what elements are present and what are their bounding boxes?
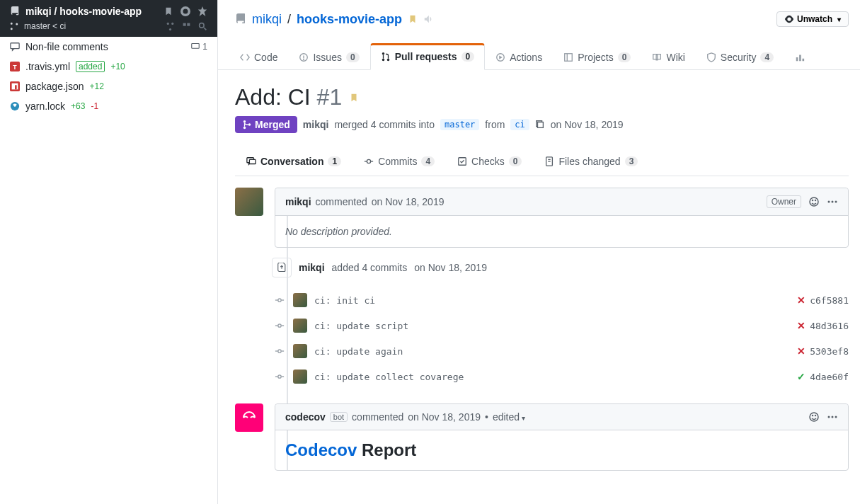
unwatch-button[interactable]: Unwatch (776, 11, 849, 27)
file-item-yarn[interactable]: yarn.lock +63 -1 (0, 96, 217, 116)
commits-author[interactable]: mikqi (299, 262, 325, 273)
pin-icon[interactable] (197, 6, 207, 16)
sub-tab-conversation[interactable]: Conversation 1 (235, 147, 352, 176)
svg-point-19 (382, 59, 384, 62)
bookmark-icon[interactable] (349, 93, 359, 103)
svg-point-41 (813, 200, 813, 201)
status-fail-icon[interactable]: ✕ (797, 294, 805, 306)
status-fail-icon[interactable]: ✕ (797, 320, 805, 331)
avatar-small[interactable] (293, 370, 307, 384)
commit-hash[interactable]: 48d3616 (810, 321, 849, 331)
tab-insights[interactable] (784, 43, 805, 70)
svg-point-45 (835, 201, 837, 203)
non-file-comments-label: Non-file comments (25, 41, 108, 52)
svg-point-52 (278, 350, 281, 353)
comment-date[interactable]: on Nov 18, 2019 (408, 411, 481, 423)
avatar-small[interactable] (293, 344, 307, 358)
sub-tab-commits[interactable]: Commits 4 (352, 147, 446, 176)
commit-message[interactable]: ci: init ci (314, 295, 375, 306)
tab-code[interactable]: Code (229, 43, 288, 70)
fork-icon[interactable] (166, 22, 175, 31)
avatar-codecov[interactable] (235, 403, 263, 432)
tab-pull-requests[interactable]: Pull requests 0 (370, 43, 486, 70)
comment-icon (10, 42, 20, 52)
status-fail-icon[interactable]: ✕ (797, 345, 805, 357)
codecov-link[interactable]: Codecov (285, 440, 357, 459)
svg-rect-7 (11, 43, 19, 49)
from-text: from (485, 119, 505, 130)
status-pass-icon[interactable]: ✓ (797, 371, 805, 382)
file-item-package[interactable]: package.json +12 (0, 76, 217, 96)
commit-row: ci: update again ✕5303ef8 (275, 338, 849, 364)
tab-actions[interactable]: Actions (485, 43, 553, 70)
bookmark-icon[interactable] (164, 6, 173, 16)
comment-date[interactable]: on Nov 18, 2019 (372, 196, 445, 207)
svg-point-60 (815, 416, 816, 416)
gear-icon[interactable] (180, 6, 190, 16)
svg-point-55 (278, 375, 281, 378)
merge-icon (242, 120, 252, 130)
pr-title: Add: CI #1 (235, 84, 342, 110)
emoji-icon[interactable] (808, 196, 820, 207)
svg-point-0 (167, 22, 169, 24)
tab-security[interactable]: Security 4 (696, 43, 784, 70)
svg-text:T: T (13, 64, 17, 71)
copy-icon[interactable] (535, 120, 545, 130)
commit-hash[interactable]: c6f5881 (810, 295, 849, 306)
tab-projects[interactable]: Projects 0 (553, 43, 641, 70)
pr-author[interactable]: mikqi (303, 119, 329, 130)
commit-hash[interactable]: 5303ef8 (810, 346, 849, 357)
svg-rect-30 (537, 122, 543, 128)
pull-request-icon (381, 52, 391, 62)
commit-dot-icon (275, 321, 285, 331)
tab-wiki[interactable]: Wiki (641, 43, 695, 70)
non-file-comments-row[interactable]: Non-file comments 1 (0, 37, 217, 57)
commit-hash[interactable]: 4dae60f (810, 372, 849, 382)
comment-author[interactable]: mikqi (285, 196, 311, 207)
kebab-icon[interactable] (827, 411, 838, 423)
sound-icon[interactable] (423, 14, 433, 24)
comment-author[interactable]: codecov (285, 411, 326, 423)
commit-message[interactable]: ci: update script (314, 321, 408, 331)
conversation-icon (246, 156, 256, 166)
edited-dropdown[interactable]: edited (493, 411, 525, 423)
svg-rect-3 (183, 23, 186, 25)
commit-dot-icon (275, 295, 285, 305)
avatar[interactable] (235, 188, 263, 216)
head-branch[interactable]: ci (510, 119, 529, 130)
commit-message[interactable]: ci: update again (314, 346, 403, 357)
search-icon[interactable] (198, 22, 207, 31)
svg-point-17 (304, 59, 304, 59)
issues-icon (299, 52, 309, 62)
npm-file-icon (10, 81, 20, 91)
file-item-travis[interactable]: T .travis.yml added +10 (0, 57, 217, 76)
branch-icon (10, 22, 18, 30)
actions-icon (495, 52, 505, 62)
insights-icon (795, 52, 805, 62)
svg-point-62 (832, 416, 834, 418)
commit-message[interactable]: ci: update collect covarege (314, 372, 464, 382)
code-icon (240, 52, 250, 62)
svg-rect-4 (187, 23, 190, 25)
tab-issues[interactable]: Issues 0 (288, 43, 369, 70)
bookmark-icon[interactable] (408, 14, 418, 24)
file-badge: added (76, 61, 105, 72)
commits-date[interactable]: on Nov 18, 2019 (414, 262, 487, 273)
sub-tab-files-changed[interactable]: Files changed 3 (533, 147, 649, 176)
svg-point-61 (828, 416, 830, 418)
bullet: • (485, 411, 488, 423)
sub-tab-checks[interactable]: Checks 0 (446, 147, 533, 176)
avatar-small[interactable] (293, 319, 307, 333)
avatar-small[interactable] (293, 293, 307, 307)
main-content: mikqi / hooks-movie-app Unwatch (218, 0, 860, 504)
sidebar-branch-compare[interactable]: master < ci (10, 21, 66, 31)
owner-link[interactable]: mikqi (252, 12, 282, 27)
base-branch[interactable]: master (440, 119, 479, 130)
svg-point-59 (813, 416, 813, 416)
kebab-icon[interactable] (827, 196, 838, 207)
tree-icon[interactable] (182, 22, 191, 31)
comment-bubble-icon (191, 42, 200, 51)
repo-link[interactable]: hooks-movie-app (297, 12, 402, 27)
file-deletions: -1 (91, 101, 98, 111)
emoji-icon[interactable] (808, 411, 820, 423)
